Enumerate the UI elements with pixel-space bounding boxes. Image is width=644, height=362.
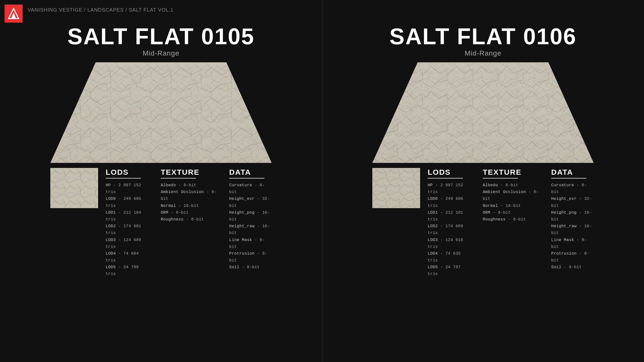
main-layout: SALT FLAT 0105 Mid-Range — [0, 0, 644, 362]
asset-column-left: SALT FLAT 0105 Mid-Range — [0, 0, 322, 362]
texture-heading-left: TEXTURE — [161, 168, 196, 178]
spec-item: ORM - 8-bit — [161, 209, 217, 216]
spec-item: LOD3 - 124 689 tris — [106, 237, 148, 250]
spec-item: Soil - 8-bit — [229, 264, 272, 271]
spec-item: LOD2 - 174 601 tris — [106, 223, 148, 237]
data-heading-left: DATA — [229, 168, 264, 178]
spec-item: Height_exr - 32-bit — [229, 196, 272, 209]
spec-item: LOD4 - 74 635 tris — [428, 250, 470, 264]
svg-rect-27 — [372, 168, 420, 208]
svg-marker-23 — [372, 62, 594, 163]
spec-item: Albedo - 8-bit — [483, 182, 539, 189]
texture-heading-right: TEXTURE — [483, 168, 518, 178]
data-list-right: Curvature - 8-bitHeight_exr - 32-bitHeig… — [551, 182, 594, 271]
lods-list-right: HP - 2 097 152 trisLOD0 - 249 606 trisLO… — [428, 182, 470, 278]
spec-item: Normal - 16-bit — [483, 203, 539, 209]
specs-grid-right: LODS HP - 2 097 152 trisLOD0 - 249 606 t… — [428, 168, 594, 278]
lods-col-right: LODS HP - 2 097 152 trisLOD0 - 249 606 t… — [428, 168, 470, 278]
data-col-right: DATA Curvature - 8-bitHeight_exr - 32-bi… — [551, 168, 594, 278]
spec-item: Line Mask - 8-bit — [551, 237, 594, 250]
spec-item: Albedo - 8-bit — [161, 182, 217, 189]
lods-col-left: LODS HP - 2 097 152 trisLOD0 - 249 685 t… — [106, 168, 148, 278]
spec-item: Curvature - 8-bit — [229, 182, 272, 196]
asset-title-left: SALT FLAT 0105 — [67, 25, 255, 48]
spec-item: Curvature - 8-bit — [551, 182, 594, 196]
data-col-left: DATA Curvature - 8-bitHeight_exr - 32-bi… — [229, 168, 272, 278]
spec-item: ORM - 8-bit — [483, 209, 539, 216]
lods-heading-right: LODS — [428, 168, 463, 178]
spec-item: Soil - 8-bit — [551, 264, 594, 271]
spec-item: LOD4 - 74 684 tris — [106, 250, 148, 264]
info-bar-right: LODS HP - 2 097 152 trisLOD0 - 249 606 t… — [372, 168, 594, 278]
specs-grid-left: LODS HP - 2 097 152 trisLOD0 - 249 685 t… — [106, 168, 272, 278]
spec-item: LOD5 - 24 709 tris — [106, 264, 148, 278]
thumbnail-right — [372, 168, 420, 208]
asset-column-right: SALT FLAT 0106 Mid-Range — [322, 0, 644, 362]
texture-list-left: Albedo - 8-bitAmbient Occlusion - 8-bitN… — [161, 182, 217, 223]
data-heading-right: DATA — [551, 168, 586, 178]
lods-heading-left: LODS — [106, 168, 141, 178]
spec-item: HP - 2 097 152 tris — [106, 182, 148, 196]
spec-item: Line Mask - 8-bit — [229, 237, 272, 250]
texture-list-right: Albedo - 8-bitAmbient Occlusion - 8-bitN… — [483, 182, 539, 223]
texture-col-left: TEXTURE Albedo - 8-bitAmbient Occlusion … — [161, 168, 217, 278]
data-list-left: Curvature - 8-bitHeight_exr - 32-bitHeig… — [229, 182, 272, 271]
spec-item: LOD0 - 249 685 tris — [106, 196, 148, 209]
spec-item: Roughness - 8-bit — [483, 216, 539, 223]
asset-subtitle-right: Mid-Range — [465, 49, 501, 57]
spec-item: LOD1 - 212 184 tris — [106, 209, 148, 223]
texture-col-right: TEXTURE Albedo - 8-bitAmbient Occlusion … — [483, 168, 539, 278]
spec-item: HP - 2 097 152 tris — [428, 182, 470, 196]
spec-item: Protrusion - 8-bit — [551, 250, 594, 264]
spec-item: LOD5 - 24 787 tris — [428, 264, 470, 278]
spec-item: Ambient Occlusion - 8-bit — [483, 189, 539, 202]
asset-subtitle-left: Mid-Range — [143, 49, 179, 57]
lods-list-left: HP - 2 097 152 trisLOD0 - 249 685 trisLO… — [106, 182, 148, 278]
spec-item: Ambient Occlusion - 8-bit — [161, 189, 217, 202]
spec-item: Height_raw - 16-bit — [229, 223, 272, 237]
svg-marker-10 — [50, 62, 272, 163]
spec-item: Normal - 16-bit — [161, 203, 217, 209]
spec-item: Protrusion - 8-bit — [229, 250, 272, 264]
spec-item: Height_png - 16-bit — [551, 209, 594, 223]
spec-item: Height_png - 16-bit — [229, 209, 272, 223]
spec-item: Height_raw - 16-bit — [551, 223, 594, 237]
preview-right — [372, 62, 594, 163]
asset-title-right: SALT FLAT 0106 — [389, 25, 577, 48]
preview-left — [50, 62, 272, 163]
svg-rect-14 — [50, 168, 98, 208]
spec-item: LOD0 - 249 606 tris — [428, 196, 470, 209]
spec-item: Roughness - 8-bit — [161, 216, 217, 223]
spec-item: Height_exr - 32-bit — [551, 196, 594, 209]
spec-item: LOD3 - 124 618 tris — [428, 237, 470, 250]
spec-item: LOD2 - 174 609 tris — [428, 223, 470, 237]
spec-item: LOD1 - 212 101 tris — [428, 209, 470, 223]
info-bar-left: LODS HP - 2 097 152 trisLOD0 - 249 685 t… — [50, 168, 272, 278]
thumbnail-left — [50, 168, 98, 208]
